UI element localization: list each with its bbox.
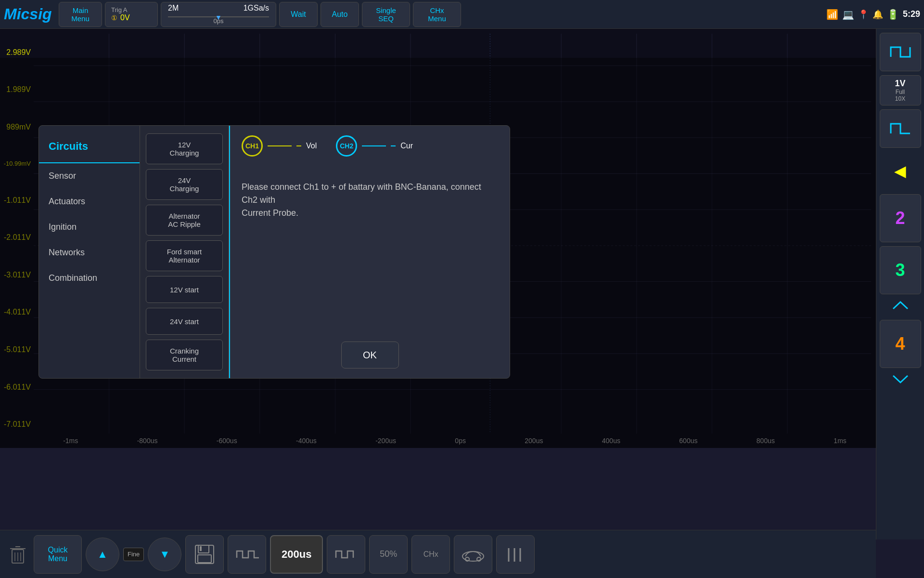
ch1-channel-label: Vol	[306, 142, 317, 150]
up-arrow-button[interactable]: ▲	[86, 538, 119, 571]
trig-dot: ①	[111, 14, 117, 22]
fine-label: Fine	[123, 548, 144, 561]
circuit-btn-12v-charging[interactable]: 12V Charging	[146, 133, 223, 164]
status-icons: 📶 💻 📍 🔔 🔋 5:29	[826, 9, 920, 20]
ch1-line	[268, 145, 292, 146]
modal-main-content: CH1 Vol CH2 Cur Please connect Ch1 to + …	[230, 126, 510, 378]
sidebar-item-networks[interactable]: Networks	[39, 240, 140, 265]
ch2-button[interactable]: 2	[880, 194, 921, 242]
waveform-shape-top-button[interactable]	[880, 33, 921, 71]
waveform1-button[interactable]	[228, 535, 266, 574]
wifi-icon: 📶	[826, 9, 838, 20]
ok-button-area: OK	[242, 342, 498, 368]
ch-indicators: CH1 Vol CH2 Cur	[242, 135, 498, 157]
ch3-button[interactable]: 3	[880, 246, 921, 294]
circuit-btn-alternator-ac-ripple[interactable]: Alternator AC Ripple	[146, 205, 223, 236]
down-arrow-button[interactable]: ▼	[148, 538, 181, 571]
modal-instruction-text: Please connect Ch1 to + of battary with …	[242, 181, 498, 327]
ch4-button[interactable]: 4	[880, 320, 921, 368]
circuit-btn-24v-charging[interactable]: 24V Charging	[146, 169, 223, 200]
ok-button[interactable]: OK	[341, 342, 399, 368]
svg-rect-30	[200, 546, 202, 551]
circuit-btn-cranking-current[interactable]: Cranking Current	[146, 340, 223, 370]
waveform-shape-bottom-button[interactable]	[880, 109, 921, 148]
time-value-display[interactable]: 200us	[270, 535, 323, 574]
circuits-title: Circuits	[39, 135, 140, 163]
arrow-down-button[interactable]	[891, 372, 910, 390]
square-wave-icon	[888, 119, 912, 138]
circuit-dialog: Circuits Sensor Actuators Ignition Netwo…	[38, 125, 510, 379]
time-scale-value: 2M	[168, 4, 179, 13]
time-bar-marker: ▼	[215, 13, 222, 21]
oscilloscope-area: 2.989V 1.989V 989mV -10.99mV -1.011V -2.…	[0, 29, 876, 448]
display-icon: 💻	[842, 9, 854, 20]
sample-rate: 1GSa/s	[244, 4, 269, 13]
battery-icon: 🔋	[887, 9, 899, 20]
chevron-up-icon	[891, 298, 910, 313]
ch2-line-2	[391, 145, 396, 146]
save-icon	[194, 544, 215, 565]
trash-button[interactable]	[6, 535, 30, 574]
waveform2-icon	[334, 544, 358, 565]
trig-label: Trig A	[111, 6, 152, 13]
waveform2-button[interactable]	[327, 535, 365, 574]
location-icon: 📍	[858, 9, 869, 20]
auto-button[interactable]: Auto	[321, 2, 359, 27]
chevron-down-icon	[891, 372, 910, 386]
volt-full: Full	[883, 89, 918, 95]
ch2-indicator: CH2 Cur	[336, 135, 413, 157]
volt-display: 1V Full 10X	[880, 75, 921, 105]
chx-bottom-button[interactable]: CHx	[411, 535, 450, 574]
top-bar: Micsig Main Menu Trig A ① 0V 2M 1GSa/s ▼…	[0, 0, 924, 29]
arrow-right-button[interactable]: ◀	[880, 152, 921, 190]
ch1-indicator: CH1 Vol	[242, 135, 317, 157]
volt-zoom: 10X	[883, 95, 918, 102]
car-button[interactable]	[454, 535, 492, 574]
svg-rect-29	[198, 555, 211, 563]
main-menu-button[interactable]: Main Menu	[59, 2, 102, 27]
modal-sidebar: Circuits Sensor Actuators Ignition Netwo…	[39, 126, 140, 378]
percent-button[interactable]: 50%	[369, 535, 408, 574]
sidebar-item-sensor[interactable]: Sensor	[39, 163, 140, 189]
y-label-0: 2.989V	[0, 48, 34, 57]
sidebar-item-ignition[interactable]: Ignition	[39, 214, 140, 240]
quick-menu-button[interactable]: Quick Menu	[34, 535, 82, 574]
volt-value: 1V	[883, 79, 918, 89]
waveform1-icon	[235, 544, 259, 565]
pulse-icon	[888, 42, 912, 62]
trig-section: Trig A ① 0V	[105, 2, 158, 27]
bottom-toolbar: Quick Menu ▲ Fine ▼ 200us 50%	[0, 530, 876, 578]
trig-zero: 0V	[120, 13, 130, 22]
circuit-btn-12v-start[interactable]: 12V start	[146, 276, 223, 303]
clock-display: 5:29	[903, 9, 920, 19]
sidebar-item-combination[interactable]: Combination	[39, 265, 140, 291]
circuit-btn-ford-smart-alternator[interactable]: Ford smart Alternator	[146, 240, 223, 271]
measure-button[interactable]	[496, 535, 535, 574]
right-panel: 1V Full 10X ◀ 2 3 4	[876, 29, 924, 539]
bell-icon: 🔔	[873, 9, 883, 20]
car-icon	[461, 546, 486, 563]
save-button[interactable]	[185, 535, 224, 574]
trig-value: ① 0V	[111, 13, 152, 22]
ch2-circle: CH2	[336, 135, 357, 157]
sidebar-item-actuators[interactable]: Actuators	[39, 189, 140, 214]
ch2-line	[362, 145, 386, 146]
chx-menu-button[interactable]: CHx Menu	[413, 2, 461, 27]
trash-icon	[9, 544, 26, 565]
wait-button[interactable]: Wait	[279, 2, 318, 27]
ch2-channel-label: Cur	[400, 142, 413, 150]
circuit-buttons-list: 12V Charging 24V Charging Alternator AC …	[140, 126, 229, 378]
time-scale-section: 2M 1GSa/s ▼ 0ps	[161, 2, 276, 27]
circuit-btn-24v-start[interactable]: 24V start	[146, 308, 223, 335]
ch1-circle: CH1	[242, 135, 263, 157]
single-seq-button[interactable]: Single SEQ	[362, 2, 410, 27]
time-bar: ▼	[168, 13, 269, 17]
ch1-line-2	[296, 145, 301, 146]
arrow-up-button[interactable]	[891, 298, 910, 316]
modal-overlay: Circuits Sensor Actuators Ignition Netwo…	[0, 58, 876, 448]
app-logo: Micsig	[4, 5, 52, 23]
measure-icon	[506, 544, 525, 565]
